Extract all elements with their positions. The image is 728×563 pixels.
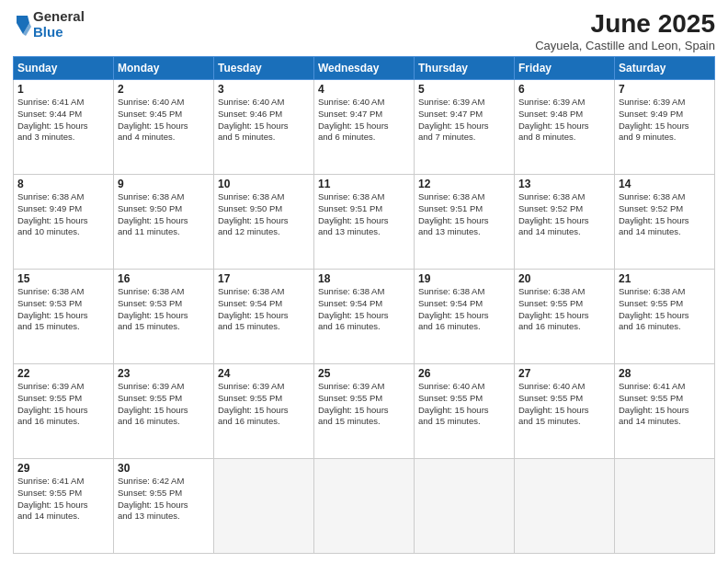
day-info: Sunrise: 6:38 AMSunset: 9:54 PMDaylight:… [418, 286, 510, 333]
table-cell: 11Sunrise: 6:38 AMSunset: 9:51 PMDayligh… [314, 175, 415, 270]
table-cell: 10Sunrise: 6:38 AMSunset: 9:50 PMDayligh… [214, 175, 314, 270]
col-tuesday: Tuesday [214, 57, 314, 80]
table-cell: 8Sunrise: 6:38 AMSunset: 9:49 PMDaylight… [14, 175, 114, 270]
day-info: Sunrise: 6:38 AMSunset: 9:51 PMDaylight:… [418, 191, 510, 238]
day-info: Sunrise: 6:40 AMSunset: 9:55 PMDaylight:… [418, 381, 510, 428]
day-number: 22 [17, 367, 109, 380]
table-cell: 14Sunrise: 6:38 AMSunset: 9:52 PMDayligh… [615, 175, 715, 270]
table-cell [214, 459, 314, 554]
day-info: Sunrise: 6:38 AMSunset: 9:52 PMDaylight:… [518, 191, 610, 238]
header: General Blue June 2025 Cayuela, Castille… [13, 9, 715, 52]
day-number: 19 [418, 272, 510, 285]
table-cell: 19Sunrise: 6:38 AMSunset: 9:54 PMDayligh… [415, 270, 515, 364]
day-info: Sunrise: 6:38 AMSunset: 9:50 PMDaylight:… [218, 191, 310, 238]
day-info: Sunrise: 6:38 AMSunset: 9:53 PMDaylight:… [17, 286, 109, 333]
day-number: 25 [318, 367, 410, 380]
day-number: 15 [17, 272, 109, 285]
day-number: 7 [619, 83, 711, 96]
day-number: 21 [619, 272, 711, 285]
logo-text: General Blue [33, 9, 85, 40]
calendar-row: 29Sunrise: 6:41 AMSunset: 9:55 PMDayligh… [14, 459, 715, 554]
table-cell: 4Sunrise: 6:40 AMSunset: 9:47 PMDaylight… [314, 80, 415, 175]
header-row: Sunday Monday Tuesday Wednesday Thursday… [14, 57, 715, 80]
day-info: Sunrise: 6:41 AMSunset: 9:55 PMDaylight:… [619, 381, 711, 428]
table-cell: 22Sunrise: 6:39 AMSunset: 9:55 PMDayligh… [14, 364, 114, 459]
table-cell: 20Sunrise: 6:38 AMSunset: 9:55 PMDayligh… [515, 270, 615, 364]
calendar-row: 1Sunrise: 6:41 AMSunset: 9:44 PMDaylight… [14, 80, 715, 175]
col-sunday: Sunday [14, 57, 114, 80]
day-info: Sunrise: 6:40 AMSunset: 9:55 PMDaylight:… [518, 381, 610, 428]
day-info: Sunrise: 6:39 AMSunset: 9:48 PMDaylight:… [518, 97, 610, 144]
day-number: 20 [518, 272, 610, 285]
day-number: 16 [118, 272, 210, 285]
col-wednesday: Wednesday [314, 57, 415, 80]
day-info: Sunrise: 6:38 AMSunset: 9:55 PMDaylight:… [518, 286, 610, 333]
day-number: 9 [118, 178, 210, 190]
table-cell: 27Sunrise: 6:40 AMSunset: 9:55 PMDayligh… [515, 364, 615, 459]
day-info: Sunrise: 6:39 AMSunset: 9:49 PMDaylight:… [619, 97, 711, 144]
table-cell: 1Sunrise: 6:41 AMSunset: 9:44 PMDaylight… [14, 80, 114, 175]
day-number: 5 [418, 83, 510, 96]
day-number: 30 [118, 462, 210, 475]
day-number: 28 [619, 367, 711, 380]
day-number: 8 [17, 178, 109, 190]
page: General Blue June 2025 Cayuela, Castille… [0, 0, 728, 563]
table-cell: 24Sunrise: 6:39 AMSunset: 9:55 PMDayligh… [214, 364, 314, 459]
col-monday: Monday [114, 57, 214, 80]
day-info: Sunrise: 6:38 AMSunset: 9:49 PMDaylight:… [17, 191, 109, 238]
table-cell: 21Sunrise: 6:38 AMSunset: 9:55 PMDayligh… [615, 270, 715, 364]
col-friday: Friday [515, 57, 615, 80]
table-cell [615, 459, 715, 554]
logo-blue: Blue [33, 25, 85, 40]
table-cell: 26Sunrise: 6:40 AMSunset: 9:55 PMDayligh… [415, 364, 515, 459]
day-info: Sunrise: 6:38 AMSunset: 9:50 PMDaylight:… [118, 191, 210, 238]
day-number: 23 [118, 367, 210, 380]
logo: General Blue [13, 9, 85, 40]
table-cell: 6Sunrise: 6:39 AMSunset: 9:48 PMDaylight… [515, 80, 615, 175]
day-number: 11 [318, 178, 410, 190]
table-cell: 18Sunrise: 6:38 AMSunset: 9:54 PMDayligh… [314, 270, 415, 364]
table-cell: 29Sunrise: 6:41 AMSunset: 9:55 PMDayligh… [14, 459, 114, 554]
table-cell: 12Sunrise: 6:38 AMSunset: 9:51 PMDayligh… [415, 175, 515, 270]
day-number: 14 [619, 178, 711, 190]
table-cell [314, 459, 415, 554]
table-cell: 5Sunrise: 6:39 AMSunset: 9:47 PMDaylight… [415, 80, 515, 175]
logo-general: General [33, 9, 85, 25]
day-number: 4 [318, 83, 410, 96]
day-number: 10 [218, 178, 310, 190]
day-info: Sunrise: 6:39 AMSunset: 9:55 PMDaylight:… [318, 381, 410, 428]
day-number: 6 [518, 83, 610, 96]
table-cell [515, 459, 615, 554]
table-cell: 23Sunrise: 6:39 AMSunset: 9:55 PMDayligh… [114, 364, 214, 459]
day-info: Sunrise: 6:38 AMSunset: 9:53 PMDaylight:… [118, 286, 210, 333]
calendar-table: Sunday Monday Tuesday Wednesday Thursday… [13, 56, 715, 554]
day-info: Sunrise: 6:38 AMSunset: 9:52 PMDaylight:… [619, 191, 711, 238]
col-thursday: Thursday [415, 57, 515, 80]
subtitle: Cayuela, Castille and Leon, Spain [535, 39, 715, 52]
day-number: 17 [218, 272, 310, 285]
day-info: Sunrise: 6:38 AMSunset: 9:54 PMDaylight:… [318, 286, 410, 333]
day-number: 24 [218, 367, 310, 380]
table-cell: 30Sunrise: 6:42 AMSunset: 9:55 PMDayligh… [114, 459, 214, 554]
day-info: Sunrise: 6:38 AMSunset: 9:51 PMDaylight:… [318, 191, 410, 238]
day-info: Sunrise: 6:40 AMSunset: 9:46 PMDaylight:… [218, 97, 310, 144]
day-info: Sunrise: 6:38 AMSunset: 9:54 PMDaylight:… [218, 286, 310, 333]
calendar-row: 22Sunrise: 6:39 AMSunset: 9:55 PMDayligh… [14, 364, 715, 459]
col-saturday: Saturday [615, 57, 715, 80]
table-cell [415, 459, 515, 554]
day-info: Sunrise: 6:40 AMSunset: 9:45 PMDaylight:… [118, 97, 210, 144]
table-cell: 15Sunrise: 6:38 AMSunset: 9:53 PMDayligh… [14, 270, 114, 364]
table-cell: 16Sunrise: 6:38 AMSunset: 9:53 PMDayligh… [114, 270, 214, 364]
table-cell: 7Sunrise: 6:39 AMSunset: 9:49 PMDaylight… [615, 80, 715, 175]
main-title: June 2025 [535, 9, 715, 39]
day-info: Sunrise: 6:39 AMSunset: 9:55 PMDaylight:… [218, 381, 310, 428]
day-info: Sunrise: 6:41 AMSunset: 9:44 PMDaylight:… [17, 97, 109, 144]
day-info: Sunrise: 6:39 AMSunset: 9:47 PMDaylight:… [418, 97, 510, 144]
day-info: Sunrise: 6:41 AMSunset: 9:55 PMDaylight:… [17, 476, 109, 523]
day-info: Sunrise: 6:39 AMSunset: 9:55 PMDaylight:… [118, 381, 210, 428]
day-number: 18 [318, 272, 410, 285]
day-number: 13 [518, 178, 610, 190]
day-info: Sunrise: 6:39 AMSunset: 9:55 PMDaylight:… [17, 381, 109, 428]
day-info: Sunrise: 6:42 AMSunset: 9:55 PMDaylight:… [118, 476, 210, 523]
table-cell: 17Sunrise: 6:38 AMSunset: 9:54 PMDayligh… [214, 270, 314, 364]
